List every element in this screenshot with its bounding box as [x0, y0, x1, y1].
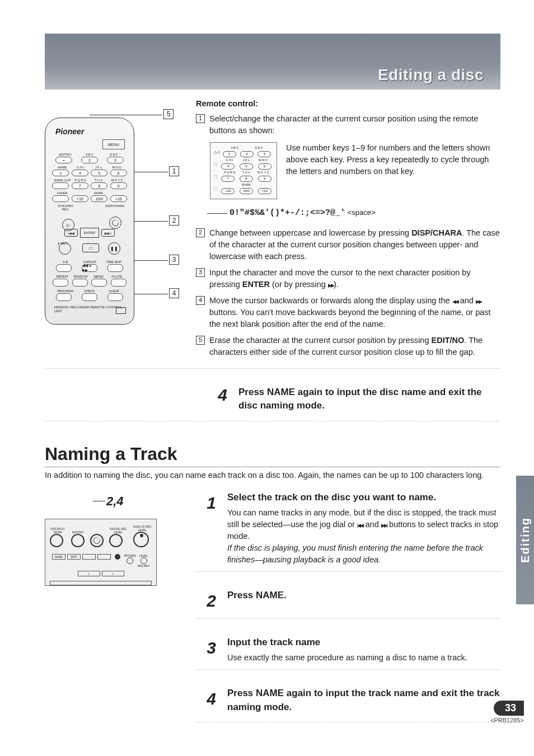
big-step-4-disc: 4 Press NAME again to input the disc nam…: [207, 379, 500, 415]
key-edit-no: •: [55, 157, 72, 163]
step-box-3: 3: [196, 268, 205, 277]
fast-fwd-icon: [476, 296, 481, 305]
knob-icon: [90, 534, 104, 547]
step-1-text: Select/change the character at the curre…: [209, 113, 500, 137]
page-number: 33: [494, 701, 524, 716]
step-box-2: 2: [196, 228, 205, 237]
track-step-num-4: 4: [196, 687, 216, 716]
pause-button-icon: ❚❚: [108, 242, 120, 255]
remote-brand: Pioneer: [51, 127, 128, 136]
keypad-usage-text: Use number keys 1–9 for numbers and the …: [286, 142, 500, 177]
side-tab-text: Editing: [519, 517, 532, 563]
knob-icon: [71, 534, 85, 547]
disc-slot-icon: [50, 581, 152, 585]
track-step-num-3: 3: [196, 636, 216, 664]
track-step-4-heading: Press NAME again to input the track name…: [227, 687, 500, 714]
level-knob-icon: [140, 557, 147, 564]
rewind-icon: [452, 296, 458, 305]
step-box-1: 1: [196, 114, 205, 123]
step-box-4: 4: [196, 296, 205, 305]
big-step-heading: Press NAME again to input the disc name …: [238, 386, 500, 413]
front-panel-illustration: DISC/PLAY MODE EDIT/NO DIGITAL REC LEVEL…: [45, 519, 157, 586]
track-step-num-1: 1: [196, 491, 216, 566]
remote-footer-icon: [116, 307, 126, 314]
track-step-1-heading: Select the track on the disc you want to…: [227, 491, 500, 505]
phones-jack-icon: [127, 557, 133, 564]
remote-control-heading: Remote control:: [196, 98, 500, 110]
skip-back-icon: [357, 520, 363, 529]
jog-dial-icon: [133, 532, 149, 547]
enter-button: ENTER: [80, 228, 99, 238]
remote-diagram-column: Pioneer MENU EDIT/NOA B CD E F •23 NAMEG…: [45, 98, 185, 325]
callout-2: 2: [169, 215, 179, 226]
rec-button-icon: [59, 242, 71, 255]
callout-1: 1: [169, 166, 179, 176]
callout-5: 5: [163, 109, 174, 119]
page-number-block: 33 <PRB1285>: [490, 701, 524, 724]
skip-back-icon: |◀◀: [64, 229, 78, 237]
remote-instructions-column: Remote control: 1 Select/change the char…: [196, 98, 500, 363]
mini-keypad-illustration: △◁ A B CD E F 123 ⬚ G H IJ K LM N O 456 …: [210, 142, 277, 199]
fast-fwd-icon: [328, 280, 334, 289]
track-instructions-column: 1 Select the track on the disc you want …: [196, 491, 500, 722]
step-3-text: Input the character and move the cursor …: [209, 267, 500, 290]
step-box-5: 5: [196, 336, 205, 345]
step-5-text: Erase the character at the current curso…: [209, 335, 500, 358]
track-step-num-2: 2: [196, 589, 216, 613]
key-name: 1: [52, 170, 69, 176]
rec-dot-icon: [115, 554, 120, 560]
big-step-num: 4: [207, 386, 227, 415]
knob-icon: [109, 534, 123, 547]
panel-callout-24: 2,4: [106, 494, 124, 509]
knob-icon: [50, 534, 63, 547]
page-header-title: Editing a disc: [378, 66, 484, 84]
track-step-1-body: You can name tracks in any mode, but if …: [227, 507, 500, 542]
remote-display: MENU: [102, 139, 125, 149]
disp-chara-icon: [109, 217, 121, 229]
callout-4: 4: [169, 288, 179, 298]
cursor-buttons: ◀◀ ● ▶▶: [82, 264, 97, 272]
front-panel-column: 2,4 DISC/PLAY MODE EDIT/NO DIGITAL REC L…: [45, 491, 185, 586]
transport-area: ▷ |◀◀ ENTER ▶▶| ● REC □ ❚❚: [51, 215, 128, 260]
step-4-text: Move the cursor backwards or forwards al…: [209, 295, 500, 330]
callout-3: 3: [169, 255, 179, 265]
track-step-3-body: Use exactly the same procedure as naming…: [227, 652, 500, 664]
side-tab: Editing: [516, 476, 534, 604]
section-title-naming-track: Naming a Track: [45, 444, 500, 467]
doc-code: <PRB1285>: [490, 717, 524, 724]
step-2-text: Change between uppercase and lowercase b…: [209, 227, 500, 262]
track-step-1-note: If the disc is playing, you must finish …: [227, 542, 500, 566]
track-step-2-heading: Press NAME.: [227, 589, 500, 603]
track-step-3-heading: Input the track name: [227, 636, 500, 650]
keypad-inset: △◁ A B CD E F 123 ⬚ G H IJ K LM N O 456 …: [210, 142, 500, 199]
remote-control-illustration: Pioneer MENU EDIT/NOA B CD E F •23 NAMEG…: [45, 118, 134, 325]
track-intro: In addition to naming the disc, you can …: [45, 471, 500, 480]
stop-button-icon: □: [82, 243, 99, 252]
header-band: Editing a disc: [45, 34, 500, 90]
skip-fwd-icon: [381, 520, 387, 529]
symbol-line: 0!"#$%&'()*+-/:;<=>?@_' <space>: [196, 207, 500, 219]
skip-fwd-icon: ▶▶|: [101, 229, 115, 237]
